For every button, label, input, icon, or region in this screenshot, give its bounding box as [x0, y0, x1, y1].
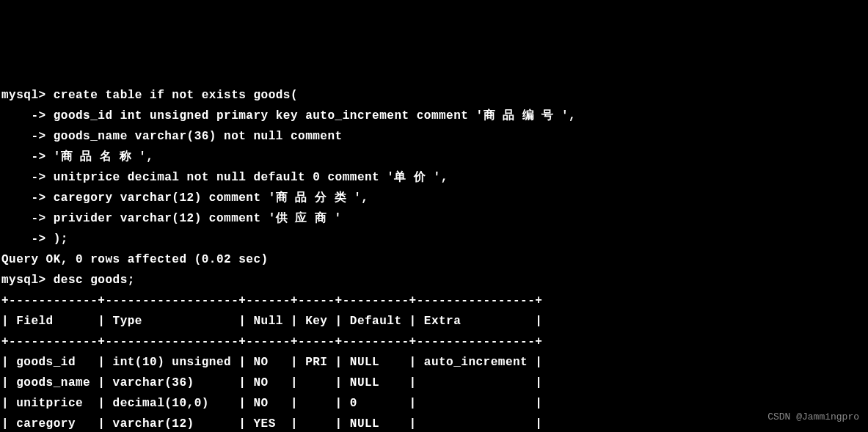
terminal-output: mysql> create table if not exists goods(… [1, 85, 867, 432]
sql-command: mysql> desc goods; [1, 270, 867, 290]
query-status: Query OK, 0 rows affected (0.02 sec) [1, 249, 867, 270]
table-row: | goods_id | int(10) unsigned | NO | PRI… [1, 352, 867, 373]
sql-line: -> privider varchar(12) comment '供 应 商 ' [1, 208, 867, 229]
table-row: | goods_name | varchar(36) | NO | | NULL… [1, 373, 867, 393]
watermark: CSDN @Jammingpro [767, 409, 859, 426]
sql-line: -> ); [1, 229, 867, 249]
table-border: +------------+------------------+------+… [1, 290, 867, 311]
sql-line: -> caregory varchar(12) comment '商 品 分 类… [1, 188, 867, 208]
sql-line: -> unitprice decimal not null default 0 … [1, 167, 867, 188]
table-row: | caregory | varchar(12) | YES | | NULL … [1, 414, 867, 432]
sql-line: -> goods_id int unsigned primary key aut… [1, 106, 867, 126]
table-border: +------------+------------------+------+… [1, 332, 867, 352]
sql-line: -> goods_name varchar(36) not null comme… [1, 126, 867, 147]
table-header: | Field | Type | Null | Key | Default | … [1, 311, 867, 332]
sql-line: -> '商 品 名 称 ', [1, 147, 867, 167]
table-row: | unitprice | decimal(10,0) | NO | | 0 |… [1, 393, 867, 414]
sql-line: mysql> create table if not exists goods( [1, 85, 867, 106]
